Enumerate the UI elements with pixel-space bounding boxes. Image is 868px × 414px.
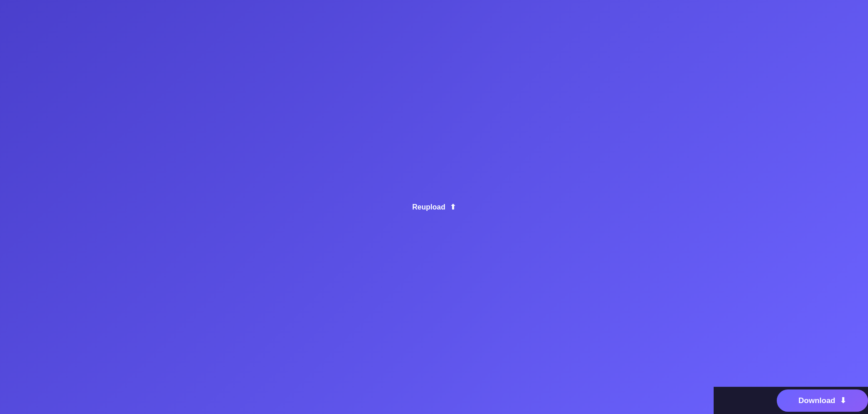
reupload-button[interactable]: Reupload ⬆: [0, 0, 868, 414]
download-area: Download ⬇: [714, 387, 868, 414]
reupload-area: Reupload ⬆: [0, 387, 113, 414]
download-button[interactable]: Download ⬇: [777, 389, 868, 412]
download-label: Download: [799, 396, 835, 405]
upload-icon: ⬆: [450, 203, 456, 211]
download-arrow-icon: ⬇: [840, 396, 846, 405]
reupload-label: Reupload: [412, 203, 445, 211]
